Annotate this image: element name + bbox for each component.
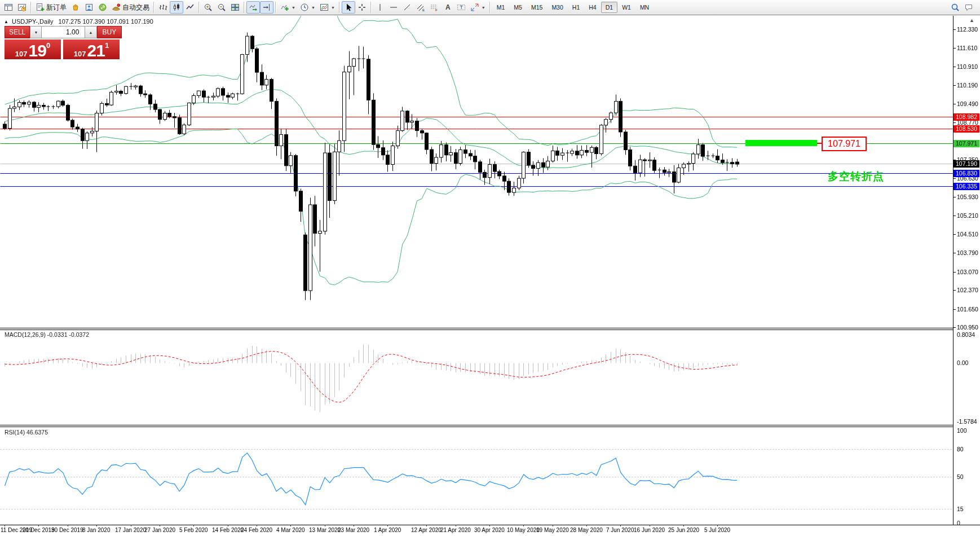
news-button[interactable] bbox=[96, 1, 109, 14]
callout-connector-line bbox=[817, 143, 822, 144]
buy-price-panel[interactable]: 107 21 1 bbox=[63, 39, 120, 59]
indicators-button[interactable]: ▼ bbox=[278, 1, 298, 14]
chart-annotation-text[interactable]: 多空转折点 bbox=[828, 169, 884, 184]
price-tick-mark bbox=[953, 29, 956, 30]
fibonacci-button[interactable]: F bbox=[427, 1, 441, 14]
price-tick-label: 104.510 bbox=[957, 231, 980, 238]
text-button[interactable]: A bbox=[441, 1, 454, 14]
date-tick-mark bbox=[620, 525, 621, 526]
pane-separator[interactable] bbox=[0, 427, 953, 427]
profiles-button[interactable] bbox=[15, 1, 29, 14]
text-label-button[interactable]: T bbox=[454, 1, 468, 14]
price-chart-canvas[interactable] bbox=[0, 16, 953, 328]
pane-separator[interactable] bbox=[0, 328, 953, 328]
volume-input[interactable] bbox=[42, 26, 85, 38]
time-axis[interactable]: 11 Dec 201920 Dec 201930 Dec 20198 Jan 2… bbox=[0, 525, 980, 536]
toolbar-separator bbox=[370, 2, 372, 13]
timeframe-h4-button[interactable]: H4 bbox=[584, 2, 601, 13]
sell-button[interactable]: SELL bbox=[5, 26, 30, 38]
search-button[interactable] bbox=[948, 1, 962, 14]
price-line-label: 106.335 bbox=[953, 183, 979, 190]
auto-scroll-button[interactable] bbox=[246, 1, 260, 14]
scroll-up-icon[interactable]: ▲ bbox=[969, 17, 974, 23]
crosshair-icon bbox=[357, 3, 367, 12]
line-chart-icon bbox=[186, 3, 195, 12]
chevron-down-icon: ▼ bbox=[292, 6, 295, 10]
crosshair-button[interactable] bbox=[355, 1, 369, 14]
templates-button[interactable]: ▼ bbox=[317, 1, 337, 14]
zoom-out-button[interactable] bbox=[215, 1, 228, 14]
vertical-line-icon bbox=[376, 3, 385, 12]
vertical-line-button[interactable] bbox=[373, 1, 387, 14]
timeframe-w1-button[interactable]: W1 bbox=[617, 2, 635, 13]
volume-increase-button[interactable]: ▲ bbox=[85, 26, 96, 38]
date-label: 27 Jan 2020 bbox=[144, 527, 175, 533]
volume-decrease-button[interactable]: ▼ bbox=[30, 26, 42, 38]
one-click-toggle-icon[interactable]: ▲ bbox=[4, 19, 8, 24]
horizontal-line-button[interactable] bbox=[387, 1, 400, 14]
candlestick-button[interactable] bbox=[170, 1, 183, 14]
zoom-in-button[interactable] bbox=[201, 1, 215, 14]
pane-separator[interactable] bbox=[0, 425, 953, 425]
sell-price-pips: 19 bbox=[29, 43, 46, 58]
buy-button[interactable]: BUY bbox=[97, 26, 122, 38]
chart-shift-button[interactable] bbox=[260, 1, 273, 14]
sell-price-panel[interactable]: 107 19 0 bbox=[5, 39, 61, 59]
bar-chart-button[interactable] bbox=[156, 1, 170, 14]
timeframe-m15-button[interactable]: M15 bbox=[527, 2, 547, 13]
timeframe-h1-button[interactable]: H1 bbox=[568, 2, 584, 13]
arrows-button[interactable]: ▼ bbox=[468, 1, 488, 14]
channel-button[interactable]: E bbox=[414, 1, 427, 14]
date-label: 17 Jan 2020 bbox=[115, 527, 146, 533]
date-label: 25 Jun 2020 bbox=[668, 527, 699, 533]
macd-axis-label: 0.8034 bbox=[957, 331, 980, 338]
timeframe-mn-button[interactable]: MN bbox=[635, 2, 654, 13]
timeframe-m5-button[interactable]: M5 bbox=[509, 2, 527, 13]
new-order-button[interactable]: 新订单 bbox=[33, 1, 69, 14]
svg-text:E: E bbox=[422, 8, 425, 12]
timeframe-d1-button[interactable]: D1 bbox=[601, 2, 617, 13]
news-icon bbox=[98, 3, 107, 12]
timeframe-m30-button[interactable]: M30 bbox=[547, 2, 567, 13]
price-line-label: 107.971 bbox=[953, 140, 979, 147]
toolbar-separator bbox=[275, 2, 276, 13]
line-chart-button[interactable] bbox=[183, 1, 197, 14]
market-watch-button[interactable] bbox=[69, 1, 82, 14]
tile-windows-button[interactable] bbox=[228, 1, 242, 14]
price-tick-label: 102.370 bbox=[957, 287, 980, 293]
date-label: 4 Mar 2020 bbox=[276, 527, 305, 533]
resistance-zone-rectangle[interactable] bbox=[745, 140, 817, 146]
indicators-icon bbox=[280, 3, 289, 12]
fibonacci-icon: F bbox=[430, 3, 439, 12]
chart-window-button[interactable] bbox=[2, 1, 15, 14]
rsi-pane-canvas[interactable] bbox=[0, 427, 953, 524]
chat-button[interactable] bbox=[962, 1, 975, 14]
toolbar-separator bbox=[198, 2, 200, 13]
toolbar-separator bbox=[244, 2, 245, 13]
data-window-button[interactable] bbox=[82, 1, 96, 14]
price-tick-label: 103.790 bbox=[957, 249, 980, 256]
chart-window-icon bbox=[4, 3, 13, 12]
timeframe-m1-button[interactable]: M1 bbox=[492, 2, 510, 13]
periods-icon bbox=[300, 3, 309, 12]
price-axis-line bbox=[953, 16, 953, 525]
price-callout-label[interactable]: 107.971 bbox=[822, 137, 867, 151]
autotrading-button[interactable]: 自动交易 bbox=[109, 1, 152, 14]
autotrading-icon bbox=[112, 3, 121, 12]
price-tick-mark bbox=[953, 234, 956, 235]
price-tick-mark bbox=[953, 122, 956, 123]
pane-separator[interactable] bbox=[0, 329, 953, 330]
text-icon: A bbox=[443, 3, 452, 12]
macd-pane-canvas[interactable] bbox=[0, 330, 953, 424]
profiles-icon bbox=[17, 3, 27, 12]
trendline-button[interactable] bbox=[400, 1, 414, 14]
periods-button[interactable]: ▼ bbox=[298, 1, 317, 14]
rsi-axis-label: 80 bbox=[957, 446, 980, 452]
date-label: 1 Apr 2020 bbox=[374, 527, 401, 533]
cursor-button[interactable] bbox=[342, 1, 355, 14]
date-label: 20 Dec 2019 bbox=[23, 527, 55, 533]
autotrading-label: 自动交易 bbox=[122, 3, 149, 12]
svg-text:T: T bbox=[460, 5, 463, 10]
date-tick-mark bbox=[5, 525, 5, 526]
date-tick-mark bbox=[131, 525, 131, 526]
